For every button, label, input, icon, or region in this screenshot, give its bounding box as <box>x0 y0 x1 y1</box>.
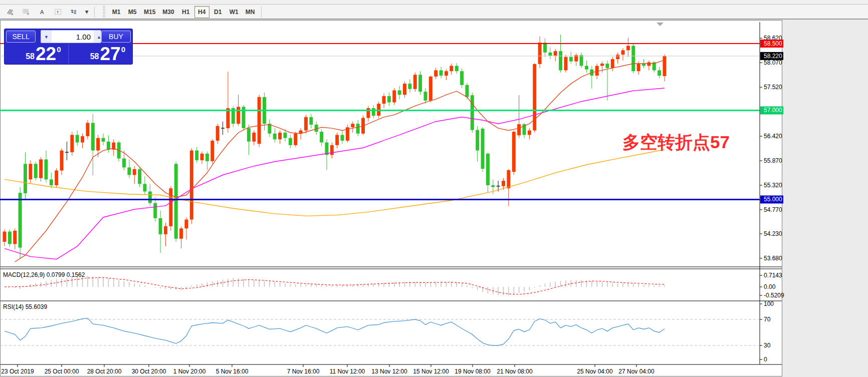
volume-spinner: ▼ ▲ <box>41 30 101 43</box>
candle-body <box>554 51 557 56</box>
candle-body <box>127 167 131 175</box>
volume-decrease-button[interactable]: ▼ <box>41 30 52 43</box>
sell-price[interactable]: 58 22 0 <box>5 44 69 64</box>
time-tick-label: 15 Nov 12:00 <box>413 368 449 375</box>
candle-body <box>184 219 188 228</box>
price-badge-label: 58.220 <box>764 53 782 60</box>
candle-body <box>429 77 432 101</box>
candle-body <box>44 159 48 179</box>
candle-body <box>647 62 650 66</box>
candle-body <box>481 129 485 169</box>
candle-body <box>559 51 562 70</box>
price-tick-label: 55.870 <box>764 157 782 164</box>
candle-body <box>76 135 79 142</box>
chart-text-annotation[interactable]: 多空转折点57 <box>622 133 730 151</box>
candle-body <box>408 84 411 89</box>
candle-body <box>122 159 126 168</box>
candle-body <box>611 59 614 68</box>
scroll-marker-icon[interactable] <box>657 23 664 26</box>
price-badge-label: 55.000 <box>764 196 782 203</box>
candle-body <box>70 135 74 152</box>
candle-body <box>138 169 141 184</box>
candle-body <box>663 56 666 76</box>
candle-body <box>24 164 27 193</box>
candle-body <box>252 133 256 142</box>
candle-body <box>631 46 635 71</box>
time-tick-label: 11 Nov 12:00 <box>330 368 365 375</box>
candle-body <box>392 90 396 102</box>
candle-body <box>237 107 240 124</box>
candle-body <box>600 64 604 66</box>
candle-body <box>190 151 193 220</box>
candle-body <box>351 124 354 127</box>
candle-body <box>195 151 198 161</box>
candle-body <box>86 123 89 136</box>
candle-body <box>335 135 339 145</box>
volume-increase-button[interactable]: ▲ <box>94 30 101 43</box>
candle-body <box>309 117 313 125</box>
candle-body <box>528 131 531 135</box>
candle-body <box>143 184 146 191</box>
candle-body <box>273 134 277 140</box>
candle-body <box>491 185 495 187</box>
candle-body <box>200 154 204 160</box>
time-tick-label: 23 Oct 2019 <box>1 368 34 375</box>
candle-body <box>450 66 453 71</box>
candle-body <box>387 96 391 102</box>
candle-body <box>55 171 58 185</box>
candle-body <box>289 138 292 145</box>
candle-body <box>258 97 261 144</box>
candle-body <box>278 133 282 139</box>
macd-tick-label: -0.5209 <box>764 292 784 299</box>
buy-price[interactable]: 58 27 0 <box>69 44 133 64</box>
price-tick-label: 54.770 <box>764 206 782 213</box>
sell-button[interactable]: SELL <box>6 31 36 43</box>
price-tick-label: 58.070 <box>764 59 782 66</box>
candle-body <box>616 55 619 59</box>
candle-body <box>569 57 573 62</box>
buy-button[interactable]: BUY <box>101 31 131 43</box>
candle-body <box>658 70 661 76</box>
candle-body <box>226 108 230 128</box>
candle-body <box>460 71 464 85</box>
candle-body <box>133 169 136 175</box>
rsi-tick-label: 100 <box>764 300 774 307</box>
candle-body <box>304 117 308 131</box>
candle-body <box>418 75 422 92</box>
candle-body <box>81 136 84 142</box>
candle-body <box>169 188 172 226</box>
price-tick-label: 53.680 <box>764 255 782 262</box>
price-tick-label: 55.320 <box>764 182 782 189</box>
time-tick-label: 25 Oct 00:00 <box>45 368 79 375</box>
candle-body <box>210 141 214 161</box>
candle-body <box>517 124 521 135</box>
candle-body <box>102 138 105 142</box>
candle-body <box>476 130 479 151</box>
candle-body <box>403 84 406 95</box>
candle-body <box>366 108 370 118</box>
macd-indicator-label: MACD(12,26,9) 0.0799 0.1562 <box>3 271 85 278</box>
candle-body <box>174 164 178 239</box>
candle-body <box>471 95 474 130</box>
rsi-tick-label: 0 <box>764 356 767 363</box>
buy-price-pip: 0 <box>121 45 125 54</box>
ma-mid-line <box>5 88 665 259</box>
candle-body <box>283 133 287 138</box>
candle-body <box>294 134 297 145</box>
candle-body <box>164 226 167 234</box>
price-tick-label: 54.230 <box>764 230 782 237</box>
candle-body <box>13 231 17 244</box>
candle-body <box>341 135 344 141</box>
candle-body <box>502 181 505 186</box>
volume-input[interactable] <box>52 31 94 43</box>
macd-tick-label: 0.00 <box>764 283 776 290</box>
buy-price-points: 27 <box>100 46 121 63</box>
candle-body <box>605 64 609 68</box>
sell-price-bigfigure: 58 <box>26 52 35 61</box>
candle-body <box>580 55 583 66</box>
price-badge-label: 58.500 <box>764 40 782 47</box>
sell-price-pip: 0 <box>57 45 61 54</box>
buy-price-bigfigure: 58 <box>90 52 99 61</box>
candle-body <box>398 90 401 95</box>
candle-body <box>564 57 567 71</box>
